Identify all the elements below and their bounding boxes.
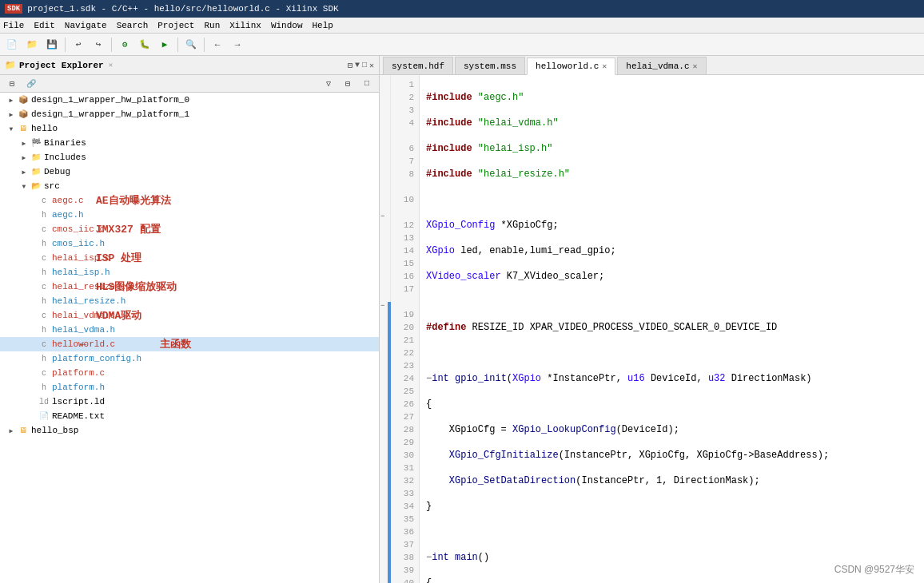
explorer-filter[interactable]: ▽ (320, 75, 337, 93)
tree-item-helloworld-c[interactable]: c helloworld.c ← 主函数 (0, 337, 379, 351)
tree-label-readme: README.txt (52, 411, 105, 421)
tree-arrow-cmos-c (32, 224, 37, 234)
tabs-bar: system.hdf system.mss helloworld.c ✕ hel… (380, 56, 924, 75)
tree-item-helai-vdma-h[interactable]: h helai_vdma.h (0, 323, 379, 337)
code-line-18 (426, 525, 918, 538)
menu-xilinx[interactable]: Xilinx (229, 21, 261, 30)
tab-helai-vdma-c[interactable]: helai_vdma.c ✕ (617, 57, 706, 74)
tree-item-design0[interactable]: ▶ 📦 design_1_wrapper_hw_platform_0 (0, 93, 379, 107)
tab-system-mss[interactable]: system.mss (455, 57, 525, 74)
tree-item-binaries[interactable]: ▶ 🏁 Binaries (0, 136, 379, 150)
explorer-close-icon[interactable]: ✕ (109, 61, 113, 69)
explorer-maximize[interactable]: □ (358, 75, 376, 93)
line-num-9 (391, 180, 419, 193)
tree-item-lscript[interactable]: ld lscript.ld (0, 395, 379, 409)
line-num-19: 19 (391, 308, 419, 321)
tree-item-hello[interactable]: ▼ 🖥 hello (0, 121, 379, 136)
explorer-minimize-icon[interactable]: ⊟ (348, 61, 352, 70)
tab-label-helai-vdma-c: helai_vdma.c (626, 61, 689, 71)
tree-item-aegc-c[interactable]: c aegc.c AE自动曝光算法 (0, 193, 379, 208)
line-num-40: 40 (391, 577, 419, 583)
tree-label-platform-c: platform.c (52, 368, 105, 378)
explorer-toolbar-icon[interactable]: ▼ (355, 61, 360, 70)
explorer-close-btn[interactable]: ✕ (369, 61, 374, 70)
tree-item-design1[interactable]: ▶ 📦 design_1_wrapper_hw_platform_1 (0, 107, 379, 121)
code-line-11 (426, 347, 918, 359)
file-icon-cmos-h: h (38, 238, 50, 249)
toolbar-search[interactable]: 🔍 (182, 36, 200, 54)
tree-item-readme[interactable]: 📄 README.txt (0, 409, 379, 423)
toolbar-new[interactable]: 📄 (3, 36, 21, 54)
tree-item-helai-resize-c[interactable]: c helai_resize.c HLS图像缩放驱动 (0, 280, 379, 294)
menu-run[interactable]: Run (204, 21, 220, 30)
code-line-2: #include "helai_vdma.h" (426, 117, 918, 129)
menu-help[interactable]: Help (312, 21, 333, 30)
toolbar-sep-1 (65, 38, 66, 52)
annotation-main: 主函数 (160, 337, 191, 351)
toolbar-run[interactable]: ▶ (156, 36, 173, 54)
tree-label-vdma-h: helai_vdma.h (52, 325, 115, 335)
line-num-7: 7 (391, 155, 419, 168)
menu-search[interactable]: Search (117, 21, 149, 30)
collapse-gpio-init[interactable]: − (380, 212, 384, 220)
tree-arrow-design1: ▶ (6, 109, 16, 119)
explorer-header: 📁 Project Explorer ✕ ⊟ ▼ □ ✕ (0, 56, 379, 75)
line-num-36: 36 (391, 525, 419, 538)
explorer-link-editor[interactable]: 🔗 (22, 75, 40, 93)
toolbar-undo[interactable]: ↩ (70, 36, 87, 54)
tree-item-helai-vdma-c[interactable]: c helai_vdma.c VDMA驱动 (0, 308, 379, 323)
file-icon-isp-c: c (38, 252, 50, 264)
file-icon-platform-c: c (38, 367, 50, 379)
tree-label-platform-config: platform_config.h (52, 354, 141, 363)
tree-item-helai-isp-c[interactable]: c helai_isp.c ISP 处理 (0, 251, 379, 265)
menu-file[interactable]: File (3, 21, 24, 30)
folder-icon-src: 📂 (30, 180, 42, 192)
line-num-38: 38 (391, 551, 419, 564)
tree-item-helai-isp-h[interactable]: h helai_isp.h (0, 265, 379, 280)
tree-item-helai-resize-h[interactable]: h helai_resize.h (0, 294, 379, 308)
tree-item-hello-bsp[interactable]: ▶ 🖥 hello_bsp (0, 423, 379, 438)
tree-item-aegc-h[interactable]: h aegc.h (0, 208, 379, 222)
menu-edit[interactable]: Edit (34, 21, 54, 30)
menu-navigate[interactable]: Navigate (65, 21, 107, 30)
explorer-view-menu[interactable]: ⊟ (339, 75, 356, 93)
code-line-9 (426, 295, 918, 308)
file-icon-aegc-h: h (38, 209, 50, 220)
line-numbers: 1 2 3 4 6 7 8 10 12 13 14 15 16 17 19 20 (391, 75, 420, 583)
toolbar-save[interactable]: 💾 (43, 36, 61, 54)
tree-item-includes[interactable]: ▶ 📁 Includes (0, 150, 379, 165)
collapse-main[interactable]: − (380, 302, 384, 310)
menu-project[interactable]: Project (157, 21, 194, 30)
toolbar-build[interactable]: ⚙ (116, 36, 133, 54)
tree-item-debug[interactable]: ▶ 📁 Debug (0, 165, 379, 179)
toolbar-back[interactable]: ← (209, 36, 226, 54)
file-icon-lscript: ld (38, 396, 50, 407)
line-num-5 (391, 129, 419, 142)
tree-item-platform-config[interactable]: h platform_config.h (0, 351, 379, 366)
toolbar-debug[interactable]: 🐛 (136, 36, 153, 54)
file-icon-vdma-h: h (38, 324, 50, 335)
file-icon-helloworld: c (38, 339, 50, 350)
project-icon-design1: 📦 (18, 109, 29, 120)
tab-close-helloworld[interactable]: ✕ (602, 61, 607, 71)
code-content[interactable]: #include "aegc.h" #include "helai_vdma.h… (420, 75, 924, 583)
sdk-icon: SDK (5, 4, 22, 14)
tab-system-hdf[interactable]: system.hdf (383, 57, 453, 74)
menu-window[interactable]: Window (271, 21, 303, 30)
tree-item-cmos-iic-c[interactable]: c cmos_iic.c IMX327 配置 (0, 222, 379, 236)
toolbar-open[interactable]: 📁 (23, 36, 41, 54)
tree-item-cmos-iic-h[interactable]: h cmos_iic.h (0, 236, 379, 251)
line-num-4: 4 (391, 117, 419, 129)
tree-item-platform-h[interactable]: h platform.h (0, 380, 379, 395)
line-num-11 (391, 206, 419, 219)
tab-close-helai-vdma[interactable]: ✕ (693, 61, 698, 71)
code-line-20: { (426, 577, 918, 583)
toolbar-redo[interactable]: ↪ (90, 36, 107, 54)
annotation-hls: HLS图像缩放驱动 (96, 280, 177, 294)
toolbar-forward[interactable]: → (229, 36, 246, 54)
explorer-collapse-all[interactable]: ⊟ (3, 75, 21, 93)
explorer-maxrestore-icon[interactable]: □ (362, 61, 367, 70)
tree-item-platform-c[interactable]: c platform.c (0, 366, 379, 380)
tab-helloworld-c[interactable]: helloworld.c ✕ (527, 58, 615, 75)
tree-item-src[interactable]: ▼ 📂 src (0, 179, 379, 193)
